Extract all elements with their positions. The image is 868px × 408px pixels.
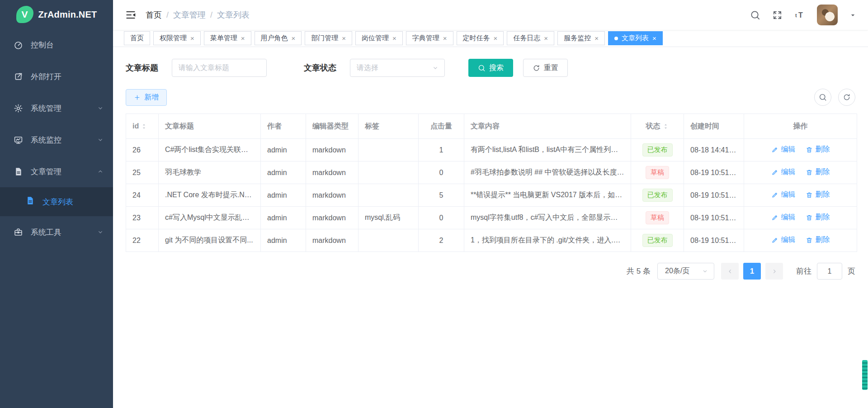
page-size-select[interactable]: 20条/页 (657, 263, 714, 280)
toolbox-icon (14, 228, 23, 237)
search-icon[interactable] (750, 10, 760, 20)
delete-button[interactable]: 删除 (806, 235, 830, 245)
status-badge: 已发布 (642, 234, 673, 247)
close-tab-icon[interactable]: × (652, 35, 656, 42)
tab-service-monitor[interactable]: 服务监控× (557, 31, 605, 45)
cell-editor: markdown (306, 229, 359, 252)
sort-icon[interactable] (662, 123, 669, 130)
close-tab-icon[interactable]: × (342, 35, 346, 42)
close-tab-icon[interactable]: × (392, 35, 396, 42)
pencil-icon (771, 237, 778, 244)
tab-perm-manage[interactable]: 权限管理× (153, 31, 201, 45)
edit-button[interactable]: 编辑 (771, 190, 796, 199)
pencil-icon (771, 146, 778, 153)
user-menu-caret-icon[interactable] (849, 12, 856, 19)
cell-content: **错误提示** 当电脑更新 VS2017 版本后，如果... (464, 184, 631, 207)
scroll-indicator[interactable] (862, 360, 868, 390)
column-label: 编辑器类型 (312, 122, 349, 131)
tab-task-log[interactable]: 任务日志× (507, 31, 554, 45)
fullscreen-icon[interactable] (772, 10, 783, 20)
pager: 1 (721, 263, 783, 280)
status-badge: 已发布 (642, 143, 673, 157)
close-tab-icon[interactable]: × (544, 35, 548, 42)
cell-actions: 编辑删除 (744, 207, 857, 229)
cell-status: 已发布 (631, 139, 684, 161)
close-tab-icon[interactable]: × (594, 35, 599, 42)
page-size-value: 20条/页 (665, 266, 689, 276)
sidebar-menu: 控制台外部打开系统管理系统监控文章管理文章列表系统工具 (0, 29, 113, 248)
breadcrumb-home[interactable]: 首页 (146, 9, 162, 20)
sidebar-item-label: 系统监控 (31, 135, 61, 145)
tab-article-list[interactable]: 文章列表× (608, 31, 663, 45)
sidebar-item-system-monitor[interactable]: 系统监控 (0, 124, 113, 156)
close-tab-icon[interactable]: × (190, 35, 194, 42)
close-tab-icon[interactable]: × (292, 35, 296, 42)
trash-icon (806, 214, 813, 221)
delete-button[interactable]: 删除 (806, 167, 830, 177)
tab-menu-manage[interactable]: 菜单管理× (204, 31, 251, 45)
delete-button[interactable]: 删除 (806, 145, 830, 154)
sidebar-item-article-list[interactable]: 文章列表 (0, 187, 113, 216)
table-row: 26C#两个list集合实现关联，...adminmarkdown1有两个lis… (126, 139, 857, 161)
breadcrumb-separator: / (166, 10, 169, 20)
close-tab-icon[interactable]: × (443, 35, 447, 42)
next-page-button[interactable] (765, 263, 783, 280)
cell-status: 已发布 (631, 229, 684, 252)
sidebar-item-external-open[interactable]: 外部打开 (0, 61, 113, 92)
column-header-tags: 标签 (359, 114, 419, 139)
tab-cron-task[interactable]: 定时任务× (457, 31, 504, 45)
delete-button[interactable]: 删除 (806, 213, 830, 222)
prev-page-button[interactable] (721, 263, 739, 280)
avatar[interactable] (817, 5, 838, 25)
cell-created: 08-18 14:41:36 (684, 139, 744, 161)
close-tab-icon[interactable]: × (241, 35, 245, 42)
goto-page: 前往 页 (796, 263, 855, 280)
trash-icon (806, 191, 813, 199)
sidebar-item-dashboard[interactable]: 控制台 (0, 29, 113, 61)
cell-created: 08-19 10:51:25 (684, 207, 744, 229)
sidebar-item-label: 控制台 (31, 40, 54, 50)
reset-button-label: 重置 (544, 63, 558, 73)
cell-id: 25 (126, 161, 159, 184)
column-header-id[interactable]: id (126, 114, 159, 139)
column-label: 作者 (267, 122, 282, 131)
tab-post-manage[interactable]: 岗位管理× (355, 31, 403, 45)
tab-dept-manage[interactable]: 部门管理× (305, 31, 352, 45)
edit-button[interactable]: 编辑 (771, 167, 796, 177)
goto-page-input[interactable] (817, 263, 842, 280)
refresh-table-button[interactable] (838, 89, 855, 106)
goto-label: 前往 (796, 266, 811, 276)
sidebar-item-system-tools[interactable]: 系统工具 (0, 216, 113, 248)
cell-status: 草稿 (631, 207, 684, 229)
app-logo[interactable]: V ZrAdmin.NET (0, 0, 113, 29)
cell-actions: 编辑删除 (744, 161, 857, 184)
delete-label: 删除 (816, 167, 830, 177)
close-tab-icon[interactable]: × (494, 35, 498, 42)
reset-button[interactable]: 重置 (523, 59, 568, 77)
cell-tags (359, 161, 419, 184)
search-button[interactable]: 搜索 (468, 59, 513, 77)
sort-icon[interactable] (141, 123, 147, 130)
delete-button[interactable]: 删除 (806, 190, 830, 199)
app-window: V ZrAdmin.NET 控制台外部打开系统管理系统监控文章管理文章列表系统工… (0, 0, 868, 408)
status-badge: 草稿 (646, 166, 669, 179)
edit-button[interactable]: 编辑 (771, 145, 796, 154)
title-filter-input[interactable] (172, 59, 267, 77)
add-button[interactable]: 新增 (126, 89, 167, 106)
column-header-status[interactable]: 状态 (631, 114, 684, 139)
status-filter-select[interactable]: 请选择 (350, 59, 445, 77)
edit-button[interactable]: 编辑 (771, 235, 796, 245)
column-label: id (132, 122, 139, 130)
edit-button[interactable]: 编辑 (771, 213, 796, 222)
sidebar-item-article-manage[interactable]: 文章管理 (0, 156, 113, 187)
tab-dict-manage[interactable]: 字典管理× (406, 31, 453, 45)
font-size-icon[interactable]: tT (794, 9, 805, 20)
sidebar-collapse-icon[interactable] (125, 9, 137, 21)
tab-user-role[interactable]: 用户角色× (255, 31, 302, 45)
cell-clicks: 0 (419, 161, 464, 184)
cell-clicks: 5 (419, 184, 464, 207)
page-1-button[interactable]: 1 (743, 263, 761, 280)
show-search-button[interactable] (814, 89, 831, 106)
tab-home[interactable]: 首页 (124, 31, 150, 45)
sidebar-item-system-manage[interactable]: 系统管理 (0, 92, 113, 124)
